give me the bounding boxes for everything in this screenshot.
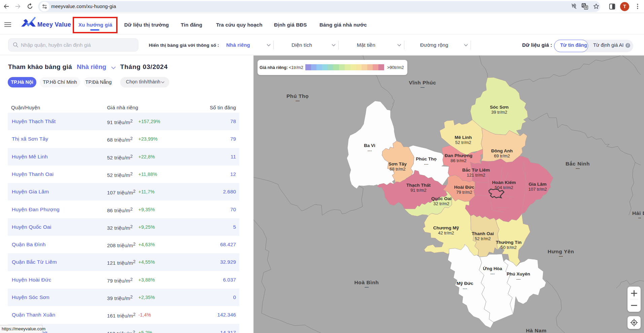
svg-text:Hưng Yên: Hưng Yên	[548, 249, 574, 254]
svg-text:--: --	[638, 216, 641, 220]
svg-text:Sơn Tây: Sơn Tây	[388, 161, 407, 166]
svg-text:Phú Thọ: Phú Thọ	[286, 93, 309, 99]
svg-text:Hà Nam: Hà Nam	[526, 328, 546, 333]
svg-text:Ba Vì: Ba Vì	[364, 143, 375, 148]
svg-text:---: ---	[368, 148, 372, 153]
svg-text:86 tr/m2: 86 tr/m2	[450, 158, 467, 163]
svg-text:Hải D: Hải D	[632, 210, 644, 216]
svg-text:52 tr/m2: 52 tr/m2	[475, 236, 491, 241]
svg-text:Thanh Oai: Thanh Oai	[472, 231, 494, 236]
svg-text:52 tr/m2: 52 tr/m2	[455, 140, 471, 145]
svg-text:Ứng Hòa: Ứng Hòa	[483, 266, 502, 271]
svg-text:Thường Tín: Thường Tín	[496, 240, 521, 245]
svg-text:Sóc Sơn: Sóc Sơn	[490, 105, 508, 110]
svg-text:---: ---	[559, 254, 563, 259]
svg-text:42 tr/m2: 42 tr/m2	[438, 230, 454, 235]
svg-text:---: ---	[420, 85, 425, 90]
svg-text:107 tr/m2: 107 tr/m2	[529, 187, 547, 192]
svg-text:50 tr/m2: 50 tr/m2	[501, 245, 517, 250]
svg-text:Bắc Ninh: Bắc Ninh	[566, 161, 590, 166]
svg-text:Phú Xuyên: Phú Xuyên	[507, 271, 530, 276]
svg-text:69 tr/m2: 69 tr/m2	[494, 153, 510, 158]
svg-text:---: ---	[463, 286, 467, 291]
svg-text:Gia Lâm: Gia Lâm	[529, 182, 546, 187]
svg-text:Phúc Thọ: Phúc Thọ	[416, 156, 437, 161]
svg-text:Hoài Đức: Hoài Đức	[454, 185, 475, 190]
svg-text:---: ---	[516, 276, 521, 282]
svg-text:121 tr/m2: 121 tr/m2	[467, 173, 485, 178]
svg-text:Hoàn Kiếm: Hoàn Kiếm	[492, 180, 516, 185]
svg-text:32 tr/m2: 32 tr/m2	[433, 201, 449, 206]
svg-text:79 tr/m2: 79 tr/m2	[456, 190, 472, 195]
svg-text:Quốc Oai: Quốc Oai	[431, 196, 451, 201]
svg-text:Mê Linh: Mê Linh	[455, 135, 472, 140]
svg-text:Chương Mỹ: Chương Mỹ	[433, 225, 459, 230]
svg-text:504 tr/m2: 504 tr/m2	[495, 185, 513, 190]
svg-text:---: ---	[296, 99, 300, 103]
svg-text:68 tr/m2: 68 tr/m2	[389, 166, 406, 172]
svg-text:Đông Anh: Đông Anh	[491, 148, 513, 153]
svg-text:---: ---	[576, 166, 580, 171]
svg-text:---: ---	[424, 161, 429, 166]
svg-text:Mỹ Đức: Mỹ Đức	[456, 281, 473, 286]
svg-text:Hoà Bình: Hoà Bình	[354, 280, 379, 285]
svg-text:---: ---	[365, 285, 369, 290]
svg-text:---: ---	[490, 271, 495, 276]
svg-text:91 tr/m2: 91 tr/m2	[410, 188, 427, 193]
svg-text:Đan Phượng: Đan Phượng	[445, 153, 472, 158]
svg-text:39 tr/m2: 39 tr/m2	[491, 110, 507, 115]
svg-text:Bắc Từ Liêm: Bắc Từ Liêm	[462, 168, 490, 173]
svg-text:Vĩnh Phúc: Vĩnh Phúc	[409, 80, 436, 85]
svg-text:Thạch Thất: Thạch Thất	[406, 183, 431, 188]
